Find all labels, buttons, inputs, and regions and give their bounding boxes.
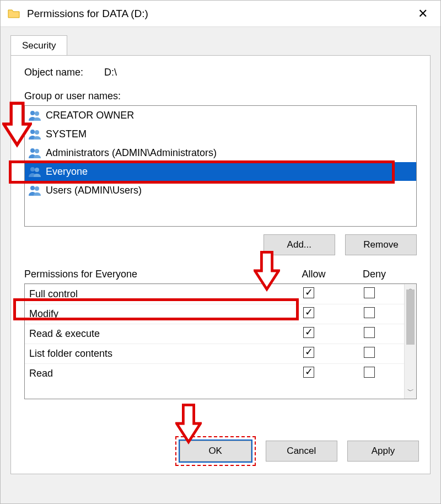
cancel-button[interactable]: Cancel	[266, 441, 337, 462]
deny-checkbox[interactable]	[364, 307, 375, 318]
ok-button[interactable]: OK	[180, 441, 251, 462]
permission-name: Full control	[29, 288, 278, 300]
group-list-item[interactable]: Users (ADMIN\Users)	[25, 181, 416, 200]
permission-name: Read & execute	[29, 328, 278, 340]
permission-row: Read	[25, 363, 416, 383]
scroll-down-icon[interactable]: ﹀	[405, 387, 416, 399]
groups-listbox[interactable]: CREATOR OWNERSYSTEMAdministrators (ADMIN…	[24, 105, 417, 227]
svg-point-6	[30, 167, 35, 171]
permissions-title: Permissions for Everyone	[24, 269, 283, 280]
permissions-header: Permissions for Everyone Allow Deny	[24, 269, 417, 280]
deny-cell	[339, 347, 400, 361]
permission-name: Read	[29, 368, 278, 379]
group-buttons-row: Add... Remove	[24, 234, 417, 255]
groups-label: Group or user names:	[24, 90, 417, 102]
group-list-item[interactable]: Everyone	[25, 162, 416, 181]
group-list-item[interactable]: SYSTEM	[25, 125, 416, 143]
window-title: Permissions for DATA (D:)	[27, 8, 148, 20]
object-name-row: Object name: D:\	[24, 67, 417, 78]
svg-point-7	[35, 168, 39, 172]
security-panel: Object name: D:\ Group or user names: CR…	[10, 55, 431, 474]
permission-name: List folder contents	[29, 348, 278, 360]
allow-checkbox[interactable]	[303, 327, 314, 338]
deny-cell	[339, 287, 400, 301]
allow-cell	[278, 327, 339, 341]
allow-cell	[278, 287, 339, 301]
group-name: SYSTEM	[46, 128, 87, 140]
deny-cell	[339, 307, 400, 321]
deny-checkbox[interactable]	[364, 287, 375, 298]
allow-cell	[278, 367, 339, 380]
allow-checkbox[interactable]	[303, 347, 314, 358]
deny-checkbox[interactable]	[364, 367, 375, 378]
titlebar: Permissions for DATA (D:) ✕	[1, 1, 440, 27]
tab-strip: Security	[1, 27, 440, 55]
group-name: CREATOR OWNER	[46, 110, 134, 121]
allow-cell	[278, 307, 339, 321]
users-icon	[28, 185, 41, 196]
permission-row: Full control	[25, 284, 416, 304]
scrollbar[interactable]: ︿ ﹀	[404, 284, 416, 399]
deny-checkbox[interactable]	[364, 347, 375, 358]
group-list-item[interactable]: Administrators (ADMIN\Administrators)	[25, 143, 416, 162]
svg-point-9	[35, 186, 39, 191]
object-name-label: Object name:	[24, 67, 101, 78]
users-icon	[28, 110, 41, 121]
deny-cell	[339, 367, 400, 380]
group-name: Everyone	[46, 166, 88, 178]
folder-icon	[7, 7, 20, 20]
svg-point-0	[30, 111, 35, 115]
users-icon	[28, 128, 41, 140]
users-icon	[28, 166, 41, 177]
svg-point-3	[35, 130, 39, 135]
allow-checkbox[interactable]	[303, 367, 314, 378]
svg-point-1	[35, 111, 39, 116]
permissions-dialog: Permissions for DATA (D:) ✕ Security Obj…	[0, 0, 441, 504]
svg-point-5	[35, 149, 39, 153]
allow-column-header: Allow	[283, 269, 344, 280]
allow-checkbox[interactable]	[303, 287, 314, 298]
deny-column-header: Deny	[344, 269, 405, 280]
ok-highlight-annotation: OK	[175, 436, 256, 466]
permission-row: Modify	[25, 304, 416, 324]
permission-row: Read & execute	[25, 324, 416, 344]
add-button[interactable]: Add...	[263, 234, 335, 255]
svg-point-2	[30, 130, 35, 134]
apply-button[interactable]: Apply	[347, 441, 419, 462]
permission-name: Modify	[29, 308, 278, 320]
scroll-thumb[interactable]	[406, 289, 415, 345]
users-icon	[28, 147, 41, 158]
svg-point-8	[30, 186, 35, 190]
object-name-value: D:\	[104, 67, 117, 78]
permission-row: List folder contents	[25, 344, 416, 363]
allow-cell	[278, 347, 339, 361]
dialog-buttons: OK Cancel Apply	[11, 436, 430, 466]
group-list-item[interactable]: CREATOR OWNER	[25, 106, 416, 125]
permissions-table[interactable]: ︿ ﹀ Full controlModifyRead & executeList…	[24, 283, 417, 399]
tab-security[interactable]: Security	[10, 35, 67, 56]
allow-checkbox[interactable]	[303, 307, 314, 318]
svg-point-4	[30, 148, 35, 153]
group-name: Administrators (ADMIN\Administrators)	[46, 147, 217, 159]
remove-button[interactable]: Remove	[345, 234, 417, 255]
close-button[interactable]: ✕	[412, 7, 434, 21]
group-name: Users (ADMIN\Users)	[46, 185, 142, 196]
deny-cell	[339, 327, 400, 341]
deny-checkbox[interactable]	[364, 327, 375, 338]
